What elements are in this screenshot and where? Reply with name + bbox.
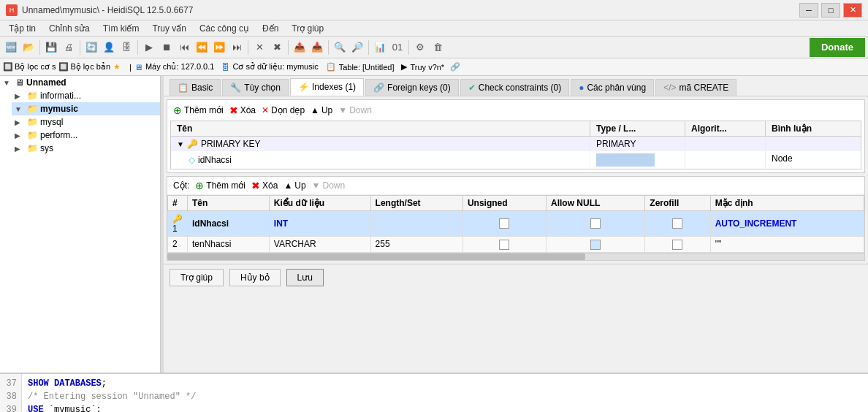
tab-basic[interactable]: 📋 Basic	[170, 79, 221, 96]
toolbar-db[interactable]: 🗄	[118, 39, 134, 56]
toolbar-settings[interactable]: ⚙	[412, 39, 428, 56]
help-button[interactable]: Trợ giúp	[170, 269, 224, 286]
row1-allownull-checkbox[interactable]	[590, 218, 601, 229]
toolbar-filter[interactable]: 🔎	[349, 39, 365, 56]
toolbar-save[interactable]: 💾	[43, 39, 59, 56]
tab-foreign-keys[interactable]: 🔗 Foreign keys (0)	[365, 79, 459, 96]
col-add-icon: ⊕	[195, 180, 204, 191]
menu-cac-cong-cu[interactable]: Các công cụ	[194, 22, 255, 35]
toolbar-cancel[interactable]: ✕	[251, 39, 267, 56]
row1-zerofill[interactable]	[645, 211, 710, 237]
horizontal-scrollbar[interactable]	[167, 253, 864, 260]
tab-ma-create[interactable]: </> mã CREATE	[655, 79, 736, 96]
col-add-btn[interactable]: ⊕ Thêm mới	[195, 180, 245, 191]
toolbar-close[interactable]: ✖	[269, 39, 285, 56]
menu-tro-giup[interactable]: Trợ giúp	[286, 22, 330, 35]
filter-table-btn[interactable]: 🔲 Bộ lọc bản	[58, 62, 110, 72]
tab-indexes[interactable]: ⚡ Indexes (1)	[290, 78, 364, 96]
index-delete-btn[interactable]: ✖ Xóa	[229, 104, 256, 116]
tab-basic-label: Basic	[191, 83, 213, 93]
sql-line-38: /* Entering session "Unnamed" */	[28, 390, 862, 403]
tab-check-constraints[interactable]: ✔ Check constraints (0)	[460, 79, 569, 96]
row2-zerofill-checkbox[interactable]	[672, 240, 682, 250]
index-cell-type-id	[590, 151, 685, 169]
tab-tuy-chon-icon: 🔧	[230, 83, 241, 93]
toolbar-clear[interactable]: 🗑	[430, 39, 446, 56]
sidebar-item-mysql[interactable]: ▶ 📁 mysql	[12, 115, 160, 129]
save-button[interactable]: Lưu	[286, 269, 324, 286]
menu-chinh-sua[interactable]: Chỉnh sửa	[43, 22, 96, 35]
col-up-btn[interactable]: ▲ Up	[283, 180, 305, 191]
table-row[interactable]: 🔑 1 idNhacsi INT	[168, 211, 864, 237]
col-del-btn[interactable]: ✖ Xóa	[251, 180, 278, 191]
maximize-button[interactable]: □	[821, 3, 840, 18]
row2-allownull[interactable]	[546, 237, 644, 253]
row2-allownull-checkbox[interactable]	[590, 240, 601, 250]
menu-den[interactable]: Đến	[256, 22, 284, 35]
toolbar-user[interactable]: 👤	[101, 39, 117, 56]
close-button[interactable]: ✕	[843, 3, 862, 18]
index-header-row: Tên Type / L... Algorit... Bình luận	[171, 121, 861, 137]
sidebar-item-perform[interactable]: ▶ 📁 perform...	[12, 129, 160, 142]
toolbar-stop[interactable]: ⏹	[159, 39, 175, 56]
index-up-btn[interactable]: ▲ Up	[311, 105, 332, 115]
row1-allownull[interactable]	[546, 211, 644, 237]
index-row-idnhacsi[interactable]: ◇ idNhacsi Node	[171, 151, 861, 169]
tab-phan-vung[interactable]: ● Các phân vùng	[571, 79, 654, 96]
index-cleanup-btn[interactable]: ✕ Dọn dẹp	[262, 105, 305, 115]
scrollbar-thumb[interactable]	[167, 253, 585, 260]
sql-use-db: `mymusic`;	[44, 405, 102, 412]
sidebar-item-mymusic[interactable]: ▼ 📁 mymusic	[12, 102, 160, 115]
index-col-algo: Algorit...	[685, 121, 766, 136]
minimize-button[interactable]: ─	[799, 3, 818, 18]
menu-tap-tin[interactable]: Tập tin	[3, 22, 42, 35]
menu-tim-kiem[interactable]: Tìm kiếm	[97, 22, 145, 35]
toolbar-refresh[interactable]: 🔄	[83, 39, 99, 56]
index-add-btn[interactable]: ⊕ Thêm mới	[173, 104, 224, 116]
row1-length	[370, 211, 462, 237]
favorites-icon[interactable]: ★	[113, 62, 121, 72]
toolbar-skip-first[interactable]: ⏮	[176, 39, 192, 56]
line-num-37: 37	[4, 377, 17, 390]
toolbar-play[interactable]: ▶	[141, 39, 157, 56]
row2-unsigned-checkbox[interactable]	[499, 240, 509, 250]
toolbar-skip-last[interactable]: ⏭	[229, 39, 245, 56]
expand-primary-icon: ▼	[177, 140, 184, 148]
toolbar-search[interactable]: 🔍	[332, 39, 348, 56]
cleanup-icon: ✕	[262, 105, 269, 115]
toolbar-new[interactable]: 🆕	[3, 39, 19, 56]
row1-unsigned[interactable]	[462, 211, 546, 237]
type-dropdown[interactable]	[596, 153, 655, 167]
index-down-btn[interactable]: ▼ Down	[338, 105, 372, 115]
col-down-btn[interactable]: ▼ Down	[312, 180, 346, 191]
toolbar-open[interactable]: 📂	[20, 39, 37, 56]
filter-schema-btn[interactable]: 🔲 Bộ lọc cơ s	[3, 62, 56, 72]
toolbar-skip-prev[interactable]: ⏪	[194, 39, 210, 56]
col-header-zerofill: Zerofill	[645, 196, 710, 211]
row1-zerofill-checkbox[interactable]	[672, 218, 682, 229]
tab-mc-icon: </>	[663, 83, 676, 93]
row2-unsigned[interactable]	[462, 237, 546, 253]
row1-unsigned-checkbox[interactable]	[499, 218, 509, 229]
index-col-type: Type / L...	[590, 121, 685, 136]
toolbar-export[interactable]: 📤	[292, 39, 308, 56]
index-cell-type-primary: PRIMARY	[590, 137, 685, 151]
toolbar-import[interactable]: 📥	[309, 39, 325, 56]
index-row-primary[interactable]: ▼ 🔑 PRIMARY KEY PRIMARY	[171, 137, 861, 151]
donate-button[interactable]: Donate	[810, 38, 865, 57]
menu-truy-van[interactable]: Truy vấn	[146, 22, 192, 35]
tab-tuy-chon[interactable]: 🔧 Tùy chọn	[222, 79, 289, 96]
table-row[interactable]: 2 tenNhacsi VARCHAR 255	[168, 237, 864, 253]
toolbar-skip-next[interactable]: ⏩	[211, 39, 227, 56]
toolbar-chart[interactable]: 📊	[372, 39, 388, 56]
sidebar-item-informati[interactable]: ▶ 📁 informati...	[12, 89, 160, 102]
sidebar-item-unnamed[interactable]: ▼ 🖥 Unnamed	[0, 76, 160, 89]
toolbar-binary[interactable]: 01	[389, 39, 406, 56]
sql-content[interactable]: SHOW DATABASES; /* Entering session "Unn…	[22, 374, 868, 412]
line-num-38: 38	[4, 390, 17, 403]
toolbar-sep-7	[368, 40, 369, 55]
toolbar-print[interactable]: 🖨	[61, 39, 77, 56]
cancel-button[interactable]: Hủy bỏ	[229, 269, 281, 286]
sidebar-item-sys[interactable]: ▶ 📁 sys	[12, 142, 160, 155]
row2-zerofill[interactable]	[645, 237, 710, 253]
